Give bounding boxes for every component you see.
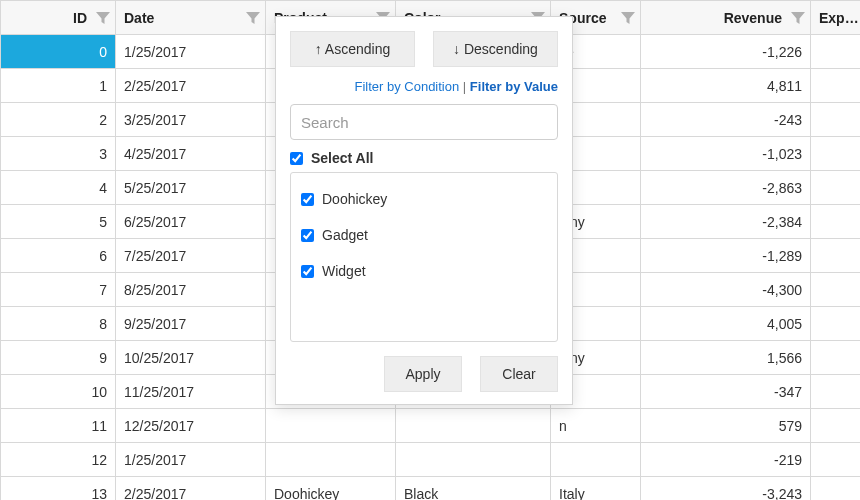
cell-date[interactable]: 4/25/2017 xyxy=(116,137,266,171)
cell-date[interactable]: 2/25/2017 xyxy=(116,69,266,103)
sort-descending-button[interactable]: ↓ Descending xyxy=(433,31,558,67)
filter-value-checkbox[interactable] xyxy=(301,193,314,206)
cell-id[interactable]: 12 xyxy=(1,443,116,477)
cell-id[interactable]: 2 xyxy=(1,103,116,137)
cell-revenue[interactable]: 579 xyxy=(641,409,811,443)
cell-id[interactable]: 9 xyxy=(1,341,116,375)
cell-expense[interactable] xyxy=(811,205,861,239)
cell-id[interactable]: 3 xyxy=(1,137,116,171)
cell-revenue[interactable]: 4,005 xyxy=(641,307,811,341)
cell-date[interactable]: 6/25/2017 xyxy=(116,205,266,239)
cell-id[interactable]: 11 xyxy=(1,409,116,443)
cell-revenue[interactable]: -3,243 xyxy=(641,477,811,501)
cell-id[interactable]: 7 xyxy=(1,273,116,307)
filter-icon[interactable] xyxy=(620,10,636,26)
table-row[interactable]: 1112/25/2017n579 xyxy=(1,409,861,443)
cell-expense[interactable] xyxy=(811,341,861,375)
filter-value-item: Gadget xyxy=(301,217,547,253)
cell-date[interactable]: 12/25/2017 xyxy=(116,409,266,443)
filter-value-label[interactable]: Gadget xyxy=(322,227,368,243)
cell-revenue[interactable]: -4,300 xyxy=(641,273,811,307)
cell-id[interactable]: 5 xyxy=(1,205,116,239)
separator: | xyxy=(459,79,470,94)
cell-expense[interactable] xyxy=(811,477,861,501)
cell-revenue[interactable]: -2,384 xyxy=(641,205,811,239)
cell-expense[interactable] xyxy=(811,409,861,443)
cell-expense[interactable] xyxy=(811,69,861,103)
cell-revenue[interactable]: -2,863 xyxy=(641,171,811,205)
table-row[interactable]: 132/25/2017DoohickeyBlackItaly-3,243 xyxy=(1,477,861,501)
cell-id[interactable]: 8 xyxy=(1,307,116,341)
cell-product[interactable]: Doohickey xyxy=(266,477,396,501)
cell-revenue[interactable]: 4,811 xyxy=(641,69,811,103)
column-header-date[interactable]: Date xyxy=(116,1,266,35)
filter-by-value-link[interactable]: Filter by Value xyxy=(470,79,558,94)
filter-values-list: DoohickeyGadgetWidget xyxy=(290,172,558,342)
filter-value-item: Widget xyxy=(301,253,547,289)
sort-ascending-button[interactable]: ↑ Ascending xyxy=(290,31,415,67)
cell-id[interactable]: 1 xyxy=(1,69,116,103)
select-all-checkbox[interactable] xyxy=(290,152,303,165)
cell-revenue[interactable]: -1,023 xyxy=(641,137,811,171)
table-row[interactable]: 121/25/2017-219 xyxy=(1,443,861,477)
cell-date[interactable]: 7/25/2017 xyxy=(116,239,266,273)
filter-icon[interactable] xyxy=(790,10,806,26)
cell-date[interactable]: 1/25/2017 xyxy=(116,443,266,477)
filter-by-condition-link[interactable]: Filter by Condition xyxy=(354,79,459,94)
cell-revenue[interactable]: 1,566 xyxy=(641,341,811,375)
cell-expense[interactable] xyxy=(811,443,861,477)
cell-color[interactable] xyxy=(396,443,551,477)
cell-color[interactable]: Black xyxy=(396,477,551,501)
filter-icon[interactable] xyxy=(245,10,261,26)
cell-source[interactable]: Italy xyxy=(551,477,641,501)
cell-date[interactable]: 5/25/2017 xyxy=(116,171,266,205)
filter-value-label[interactable]: Doohickey xyxy=(322,191,387,207)
cell-expense[interactable] xyxy=(811,171,861,205)
column-header-revenue[interactable]: Revenue xyxy=(641,1,811,35)
column-filter-panel: ↑ Ascending ↓ Descending Filter by Condi… xyxy=(275,16,573,405)
cell-id[interactable]: 10 xyxy=(1,375,116,409)
column-header-label: Revenue xyxy=(724,10,782,26)
filter-value-checkbox[interactable] xyxy=(301,265,314,278)
cell-expense[interactable] xyxy=(811,307,861,341)
cell-id[interactable]: 4 xyxy=(1,171,116,205)
cell-date[interactable]: 10/25/2017 xyxy=(116,341,266,375)
cell-revenue[interactable]: -219 xyxy=(641,443,811,477)
cell-id[interactable]: 0 xyxy=(1,35,116,69)
cell-id[interactable]: 6 xyxy=(1,239,116,273)
column-header-label: Exp xyxy=(819,10,845,26)
cell-id[interactable]: 13 xyxy=(1,477,116,501)
cell-product[interactable] xyxy=(266,443,396,477)
cell-source[interactable] xyxy=(551,443,641,477)
cell-expense[interactable] xyxy=(811,103,861,137)
cell-expense[interactable] xyxy=(811,273,861,307)
cell-color[interactable] xyxy=(396,409,551,443)
column-header-expense[interactable]: Exp xyxy=(811,1,861,35)
column-header-label: ID xyxy=(73,10,87,26)
cell-date[interactable]: 9/25/2017 xyxy=(116,307,266,341)
filter-icon[interactable] xyxy=(95,10,111,26)
cell-date[interactable]: 11/25/2017 xyxy=(116,375,266,409)
cell-revenue[interactable]: -243 xyxy=(641,103,811,137)
cell-date[interactable]: 3/25/2017 xyxy=(116,103,266,137)
cell-date[interactable]: 8/25/2017 xyxy=(116,273,266,307)
cell-source[interactable]: n xyxy=(551,409,641,443)
cell-expense[interactable] xyxy=(811,375,861,409)
cell-product[interactable] xyxy=(266,409,396,443)
cell-expense[interactable] xyxy=(811,35,861,69)
select-all-label[interactable]: Select All xyxy=(311,150,374,166)
filter-value-item: Doohickey xyxy=(301,181,547,217)
cell-revenue[interactable]: -1,289 xyxy=(641,239,811,273)
apply-button[interactable]: Apply xyxy=(384,356,462,392)
cell-expense[interactable] xyxy=(811,239,861,273)
cell-date[interactable]: 1/25/2017 xyxy=(116,35,266,69)
cell-revenue[interactable]: -347 xyxy=(641,375,811,409)
filter-value-checkbox[interactable] xyxy=(301,229,314,242)
filter-value-label[interactable]: Widget xyxy=(322,263,366,279)
cell-revenue[interactable]: -1,226 xyxy=(641,35,811,69)
clear-button[interactable]: Clear xyxy=(480,356,558,392)
cell-date[interactable]: 2/25/2017 xyxy=(116,477,266,501)
cell-expense[interactable] xyxy=(811,137,861,171)
column-header-id[interactable]: ID xyxy=(1,1,116,35)
filter-search-input[interactable] xyxy=(290,104,558,140)
